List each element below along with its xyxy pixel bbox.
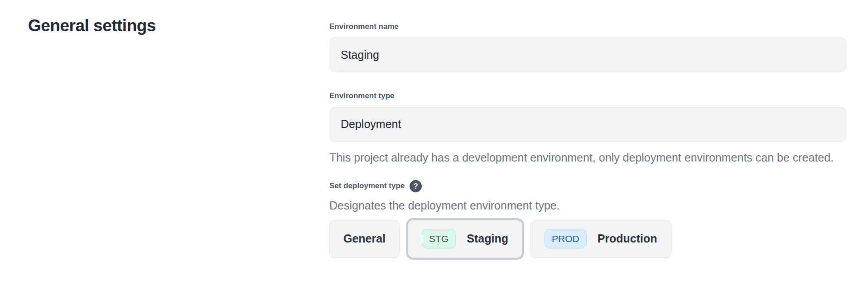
deployment-type-option-staging[interactable]: STG Staging — [408, 220, 522, 258]
deployment-type-options: General STG Staging PROD Production — [329, 220, 846, 258]
environment-type-helper-text: This project already has a development e… — [329, 148, 846, 167]
environment-type-label: Environment type — [329, 91, 846, 100]
settings-heading-column: General settings — [28, 16, 329, 258]
deployment-type-description: Designates the deployment environment ty… — [329, 199, 846, 212]
environment-name-label: Environment name — [329, 22, 846, 31]
environment-type-input[interactable] — [329, 107, 846, 142]
deployment-type-option-production[interactable]: PROD Production — [530, 220, 671, 258]
prod-badge: PROD — [545, 229, 587, 248]
stg-badge: STG — [422, 229, 456, 248]
deployment-type-option-staging-label: Staging — [467, 232, 508, 245]
deployment-type-option-general-label: General — [343, 232, 386, 245]
deployment-type-option-general[interactable]: General — [329, 220, 400, 258]
question-mark-icon[interactable]: ? — [410, 180, 422, 192]
page-title: General settings — [28, 16, 329, 36]
general-settings-page: General settings Environment name Enviro… — [0, 0, 868, 258]
deployment-type-label: Set deployment type — [329, 181, 405, 190]
deployment-type-label-row: Set deployment type ? — [329, 180, 846, 192]
environment-name-input[interactable] — [329, 37, 846, 72]
deployment-type-option-production-label: Production — [598, 232, 657, 245]
settings-form: Environment name Environment type This p… — [329, 16, 846, 258]
